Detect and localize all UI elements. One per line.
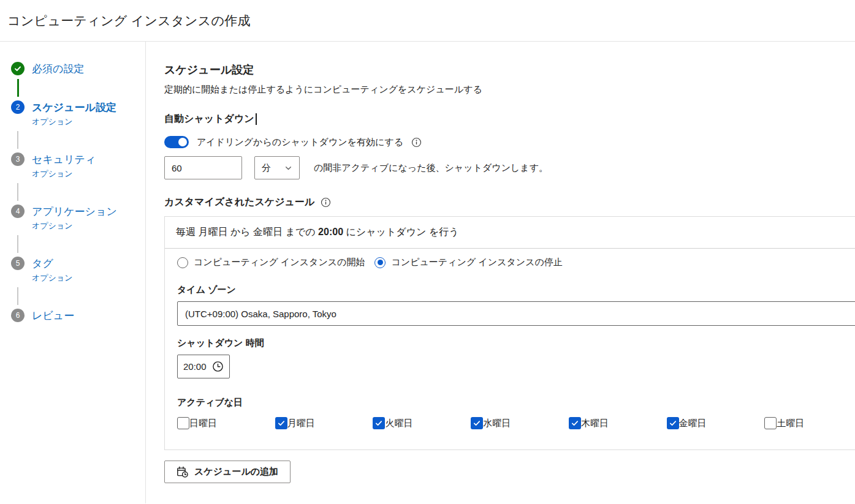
shutdown-time-label: シャットダウン 時間 bbox=[177, 337, 855, 349]
checkbox-checked-icon bbox=[373, 417, 385, 429]
day-checkbox-monday[interactable]: 月曜日 bbox=[275, 417, 373, 429]
idle-duration-input[interactable]: 60 bbox=[164, 156, 242, 179]
radio-start-instance[interactable]: コンピューティング インスタンスの開始 bbox=[177, 257, 365, 268]
step-label: タグ bbox=[32, 257, 73, 270]
step-number-badge: 2 bbox=[11, 100, 25, 114]
sidebar-step-schedule-settings[interactable]: 2 スケジュール設定 オプション bbox=[11, 100, 145, 127]
idle-shutdown-toggle[interactable] bbox=[164, 136, 189, 148]
schedule-summary-suffix: にシャットダウン を行う bbox=[343, 227, 459, 237]
step-optional-label: オプション bbox=[32, 116, 116, 127]
day-checkbox-friday[interactable]: 金曜日 bbox=[667, 417, 765, 429]
custom-schedule-heading-text: カスタマイズされたスケジュール bbox=[164, 196, 314, 209]
schedule-summary-prefix: 毎週 月曜日 から 金曜日 までの bbox=[176, 227, 318, 237]
day-checkbox-sunday[interactable]: 日曜日 bbox=[177, 417, 275, 429]
step-connector bbox=[17, 287, 18, 305]
active-days-label: アクティブな日 bbox=[177, 397, 855, 408]
timezone-select[interactable]: (UTC+09:00) Osaka, Sapporo, Tokyo bbox=[177, 301, 855, 326]
page-title: コンピューティング インスタンスの作成 bbox=[7, 12, 251, 29]
active-days-row: 日曜日 月曜日 火曜日 水曜日 bbox=[177, 417, 855, 429]
auto-shutdown-heading-text: 自動シャットダウン bbox=[164, 113, 254, 126]
schedule-summary: 毎週 月曜日 から 金曜日 までの 20:00 にシャットダウン を行う bbox=[165, 217, 855, 249]
timezone-value: (UTC+09:00) Osaka, Sapporo, Tokyo bbox=[185, 309, 336, 319]
sidebar-step-tags[interactable]: 5 タグ オプション bbox=[11, 257, 145, 284]
schedule-card: 毎週 月曜日 から 金曜日 までの 20:00 にシャットダウン を行う コンピ… bbox=[164, 216, 855, 450]
calendar-clock-icon bbox=[177, 466, 188, 478]
step-complete-icon bbox=[11, 62, 25, 75]
day-label: 土曜日 bbox=[777, 418, 804, 429]
schedule-summary-time: 20:00 bbox=[318, 227, 343, 237]
day-label: 木曜日 bbox=[581, 418, 609, 429]
sidebar-step-required-settings[interactable]: 必須の設定 bbox=[11, 62, 145, 75]
step-number-badge: 3 bbox=[11, 152, 25, 166]
sidebar-step-security[interactable]: 3 セキュリティ オプション bbox=[11, 152, 145, 179]
day-label: 水曜日 bbox=[483, 418, 511, 429]
section-subtitle: 定期的に開始または停止するようにコンピューティングをスケジュールする bbox=[164, 83, 855, 95]
idle-duration-suffix-text: の間非アクティブになった後、シャットダウンします。 bbox=[314, 162, 548, 174]
shutdown-time-value: 20:00 bbox=[183, 361, 207, 372]
step-optional-label: オプション bbox=[32, 220, 117, 231]
radio-start-label: コンピューティング インスタンスの開始 bbox=[194, 257, 365, 268]
radio-circle-icon bbox=[177, 257, 188, 268]
add-schedule-button-label: スケジュールの追加 bbox=[194, 466, 278, 478]
day-checkbox-tuesday[interactable]: 火曜日 bbox=[373, 417, 471, 429]
text-caret bbox=[256, 113, 257, 125]
step-connector bbox=[17, 131, 18, 149]
sidebar-step-applications[interactable]: 4 アプリケーション オプション bbox=[11, 205, 145, 231]
clock-icon bbox=[212, 361, 224, 372]
day-label: 火曜日 bbox=[385, 418, 412, 429]
checkbox-checked-icon bbox=[667, 417, 679, 429]
checkbox-unchecked-icon bbox=[764, 417, 777, 429]
day-checkbox-thursday[interactable]: 木曜日 bbox=[569, 417, 667, 429]
custom-schedule-heading: カスタマイズされたスケジュール bbox=[164, 196, 855, 209]
radio-stop-label: コンピューティング インスタンスの停止 bbox=[391, 257, 562, 268]
duration-unit-value: 分 bbox=[262, 162, 271, 174]
day-label: 月曜日 bbox=[287, 418, 315, 429]
shutdown-time-input[interactable]: 20:00 bbox=[177, 355, 230, 378]
idle-shutdown-toggle-label: アイドリングからのシャットダウンを有効にする bbox=[197, 137, 403, 148]
add-schedule-button[interactable]: スケジュールの追加 bbox=[164, 461, 291, 483]
radio-selected-icon bbox=[374, 257, 386, 268]
checkbox-checked-icon bbox=[471, 417, 483, 429]
day-label: 日曜日 bbox=[189, 418, 217, 429]
step-connector bbox=[17, 79, 19, 97]
step-number-badge: 5 bbox=[11, 257, 25, 270]
step-connector bbox=[17, 183, 18, 201]
step-optional-label: オプション bbox=[32, 273, 73, 284]
step-number-badge: 6 bbox=[11, 309, 25, 322]
step-label: 必須の設定 bbox=[32, 62, 84, 75]
step-connector bbox=[17, 235, 18, 253]
duration-unit-select[interactable]: 分 bbox=[254, 156, 300, 179]
radio-stop-instance[interactable]: コンピューティング インスタンスの停止 bbox=[374, 257, 562, 268]
step-label: スケジュール設定 bbox=[32, 101, 116, 114]
step-optional-label: オプション bbox=[32, 168, 96, 179]
day-checkbox-wednesday[interactable]: 水曜日 bbox=[471, 417, 569, 429]
step-number-badge: 4 bbox=[11, 205, 25, 218]
toggle-knob bbox=[178, 138, 187, 146]
chevron-down-icon bbox=[284, 164, 292, 172]
section-title: スケジュール設定 bbox=[164, 62, 855, 77]
checkbox-unchecked-icon bbox=[177, 417, 189, 429]
day-checkbox-saturday[interactable]: 土曜日 bbox=[764, 417, 855, 429]
info-icon[interactable] bbox=[411, 137, 422, 148]
timezone-label: タイム ゾーン bbox=[177, 284, 855, 296]
auto-shutdown-heading: 自動シャットダウン bbox=[164, 113, 855, 126]
step-label: アプリケーション bbox=[32, 205, 117, 218]
idle-duration-value: 60 bbox=[172, 163, 182, 173]
checkbox-checked-icon bbox=[275, 417, 287, 429]
wizard-steps-sidebar: 必須の設定 2 スケジュール設定 オプション 3 セキュリティ オプション 4 … bbox=[0, 42, 146, 503]
info-icon[interactable] bbox=[321, 197, 331, 208]
page-header: コンピューティング インスタンスの作成 bbox=[0, 0, 855, 42]
day-label: 金曜日 bbox=[679, 418, 707, 429]
checkbox-checked-icon bbox=[569, 417, 581, 429]
step-label: レビュー bbox=[32, 309, 74, 322]
schedule-settings-pane: スケジュール設定 定期的に開始または停止するようにコンピューティングをスケジュー… bbox=[146, 42, 855, 503]
step-label: セキュリティ bbox=[32, 153, 96, 166]
sidebar-step-review[interactable]: 6 レビュー bbox=[11, 309, 145, 322]
